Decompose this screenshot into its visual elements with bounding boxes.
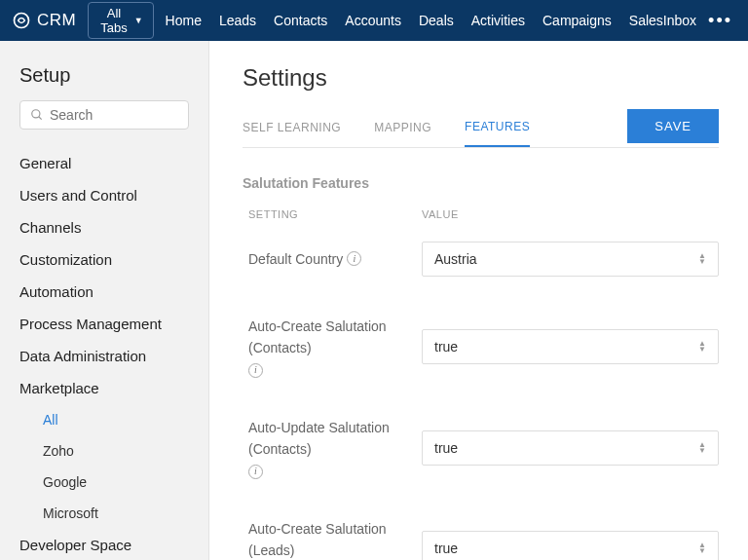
sidebar-item-developer-space[interactable]: Developer Space [0,529,208,560]
sidebar-item-automation[interactable]: Automation [0,276,208,308]
all-tabs-button[interactable]: All Tabs ▼ [88,2,153,39]
setting-select-default-country[interactable]: Austria ▲▼ [422,242,719,277]
info-icon[interactable]: i [248,465,263,479]
settings-list: Default Country i Austria ▲▼ Auto-Create… [243,242,719,560]
sidebar-item-marketplace[interactable]: Marketplace [0,372,208,404]
svg-point-0 [15,14,29,28]
setting-row-auto-create-contacts: Auto-Create Salutation (Contacts) i true… [243,316,719,378]
select-caret-icon: ▲▼ [698,253,706,265]
tab-mapping[interactable]: MAPPING [374,115,431,146]
svg-point-1 [32,110,40,118]
select-value: Austria [434,251,477,267]
sidebar-sub-google[interactable]: Google [0,467,208,498]
sidebar-sub-microsoft[interactable]: Microsoft [0,498,208,529]
select-value: true [434,339,458,355]
select-caret-icon: ▲▼ [698,442,706,454]
top-navbar: CRM All Tabs ▼ Home Leads Contacts Accou… [0,0,748,41]
nav-home[interactable]: Home [166,13,202,28]
nav-activities[interactable]: Activities [471,13,525,28]
info-icon[interactable]: i [248,363,263,378]
brand-logo-icon [12,11,31,30]
setting-row-default-country: Default Country i Austria ▲▼ [243,242,719,277]
select-value: true [434,440,458,456]
sidebar-item-general[interactable]: General [0,147,208,179]
sidebar-sub-zoho[interactable]: Zoho [0,435,208,467]
nav-campaigns[interactable]: Campaigns [542,13,612,28]
setting-label: Auto-Create Salutation (Leads) i [243,518,422,560]
all-tabs-label: All Tabs [98,6,129,35]
sidebar-search-input[interactable] [50,107,178,123]
sidebar-list: General Users and Control Channels Custo… [0,147,208,560]
content-area: Settings SELF LEARNING MAPPING FEATURES … [209,41,748,560]
search-icon [30,108,44,122]
setting-select-auto-create-contacts[interactable]: true ▲▼ [422,329,719,364]
tab-self-learning[interactable]: SELF LEARNING [243,115,341,146]
sidebar-item-data-administration[interactable]: Data Administration [0,340,208,372]
info-icon[interactable]: i [347,251,361,266]
column-headers: SETTING VALUE [243,208,719,220]
select-caret-icon: ▲▼ [698,341,706,353]
sidebar-item-customization[interactable]: Customization [0,243,208,276]
select-caret-icon: ▲▼ [698,542,706,554]
setting-label: Default Country i [243,248,422,270]
tab-features[interactable]: FEATURES [465,114,530,147]
nav-salesinbox[interactable]: SalesInbox [629,13,696,28]
chevron-down-icon: ▼ [134,16,143,25]
settings-tabs: SELF LEARNING MAPPING FEATURES SAVE [243,113,719,148]
brand-text: CRM [37,11,76,30]
setting-select-auto-create-leads[interactable]: true ▲▼ [422,531,719,560]
sidebar-search[interactable] [19,100,189,130]
main-area: Setup General Users and Control Channels… [0,41,748,560]
nav-deals[interactable]: Deals [419,13,454,28]
brand: CRM [12,11,76,30]
setting-row-auto-update-contacts: Auto-Update Salutation (Contacts) i true… [243,417,719,479]
setting-row-auto-create-leads: Auto-Create Salutation (Leads) i true ▲▼ [243,518,719,560]
svg-line-2 [39,117,42,120]
page-title: Settings [243,64,719,92]
nav-accounts[interactable]: Accounts [345,13,401,28]
setting-select-auto-update-contacts[interactable]: true ▲▼ [422,430,719,466]
sidebar-item-users-control[interactable]: Users and Control [0,179,208,211]
setting-label: Auto-Update Salutation (Contacts) i [243,417,422,479]
sidebar-sub-all[interactable]: All [0,404,208,435]
col-header-setting: SETTING [243,208,422,220]
nav-leads[interactable]: Leads [219,13,256,28]
setting-label: Auto-Create Salutation (Contacts) i [243,316,422,378]
save-button[interactable]: SAVE [627,109,719,143]
nav-contacts[interactable]: Contacts [274,13,327,28]
sidebar-item-process-management[interactable]: Process Management [0,308,208,340]
select-value: true [434,541,458,556]
nav-links: Home Leads Contacts Accounts Deals Activ… [166,13,697,28]
setup-sidebar: Setup General Users and Control Channels… [0,41,209,560]
col-header-value: VALUE [422,208,459,220]
sidebar-title: Setup [0,64,208,100]
more-menu-icon[interactable]: ••• [708,11,736,31]
sidebar-item-channels[interactable]: Channels [0,211,208,243]
section-heading: Salutation Features [243,175,719,191]
